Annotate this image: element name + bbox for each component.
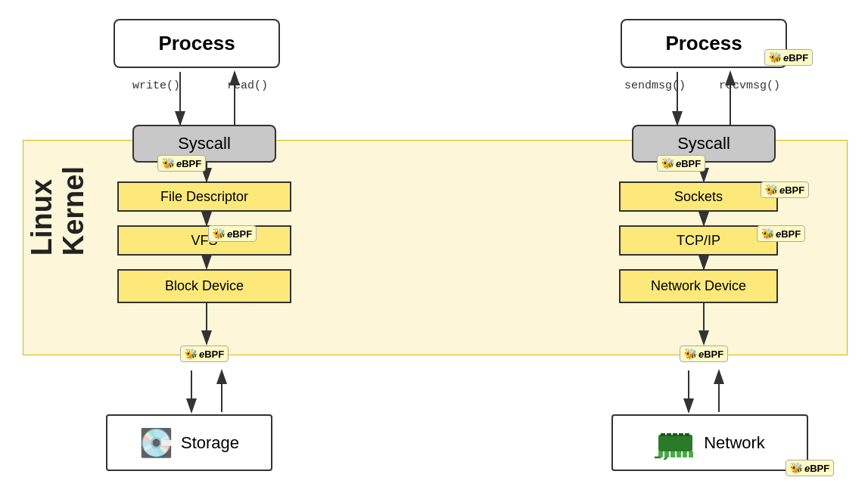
bee-icon-nd: 🐝	[684, 348, 697, 360]
network-device-box: Network Device	[619, 269, 778, 303]
svg-rect-29	[689, 451, 693, 457]
svg-rect-25	[664, 451, 669, 457]
left-process-box: Process	[114, 19, 280, 68]
svg-rect-20	[667, 433, 671, 436]
svg-line-31	[661, 457, 667, 460]
vfs-box: VFS	[117, 225, 291, 256]
storage-label: Storage	[181, 433, 239, 453]
sendmsg-label: sendmsg()	[624, 79, 686, 92]
right-syscall-ebpf: 🐝 eBPF	[657, 155, 705, 172]
tcpip-box: TCP/IP	[619, 225, 778, 256]
tcpip-ebpf: 🐝 eBPF	[757, 225, 805, 242]
block-device-label: Block Device	[165, 278, 244, 294]
network-device-label: Network Device	[651, 278, 746, 294]
kernel-label: Linux Kernel	[26, 166, 90, 256]
left-syscall-label: Syscall	[178, 134, 231, 153]
file-descriptor-box: File Descriptor	[117, 181, 291, 212]
right-process-label: Process	[665, 32, 742, 55]
left-block-ebpf: 🐝 eBPF	[180, 346, 229, 362]
storage-icon: 💽	[139, 427, 173, 459]
sockets-box: Sockets	[619, 181, 778, 212]
recvmsg-label: recvmsg()	[719, 79, 780, 92]
left-process-label: Process	[158, 32, 235, 55]
bee-icon-block: 🐝	[185, 348, 198, 360]
bee-icon-sock: 🐝	[765, 184, 778, 196]
svg-rect-18	[658, 435, 692, 451]
left-syscall-ebpf: 🐝 eBPF	[157, 155, 206, 172]
bee-icon-vfs: 🐝	[213, 228, 226, 240]
bee-icon-tcp: 🐝	[761, 228, 774, 240]
sockets-ebpf: 🐝 eBPF	[761, 181, 809, 198]
svg-rect-19	[661, 433, 665, 436]
file-descriptor-label: File Descriptor	[160, 189, 248, 205]
svg-rect-21	[673, 433, 677, 436]
svg-rect-23	[685, 433, 689, 436]
write-label: write()	[132, 79, 180, 92]
sockets-label: Sockets	[674, 189, 723, 205]
diagram: Linux Kernel	[0, 0, 868, 499]
network-label: Network	[704, 433, 765, 453]
network-box-ebpf: 🐝 eBPF	[786, 460, 834, 476]
network-box: Network	[611, 414, 808, 471]
block-device-box: Block Device	[117, 269, 291, 303]
tcpip-label: TCP/IP	[677, 233, 720, 249]
right-syscall-label: Syscall	[677, 134, 730, 153]
bee-icon-net: 🐝	[790, 462, 803, 474]
right-process-box: Process	[621, 19, 787, 68]
storage-box: 💽 Storage	[106, 414, 272, 471]
vfs-ebpf: 🐝 eBPF	[208, 225, 257, 242]
bee-icon-rs: 🐝	[661, 157, 674, 169]
right-network-ebpf: 🐝 eBPF	[680, 346, 728, 362]
svg-rect-27	[677, 451, 681, 457]
svg-rect-28	[683, 451, 687, 457]
right-process-ebpf: 🐝 eBPF	[764, 49, 813, 66]
svg-rect-26	[670, 451, 675, 457]
network-card-icon	[655, 426, 696, 460]
bee-icon: 🐝	[162, 157, 175, 169]
bee-icon-rp: 🐝	[769, 51, 782, 64]
svg-rect-22	[679, 433, 683, 436]
read-label: read()	[227, 79, 268, 92]
